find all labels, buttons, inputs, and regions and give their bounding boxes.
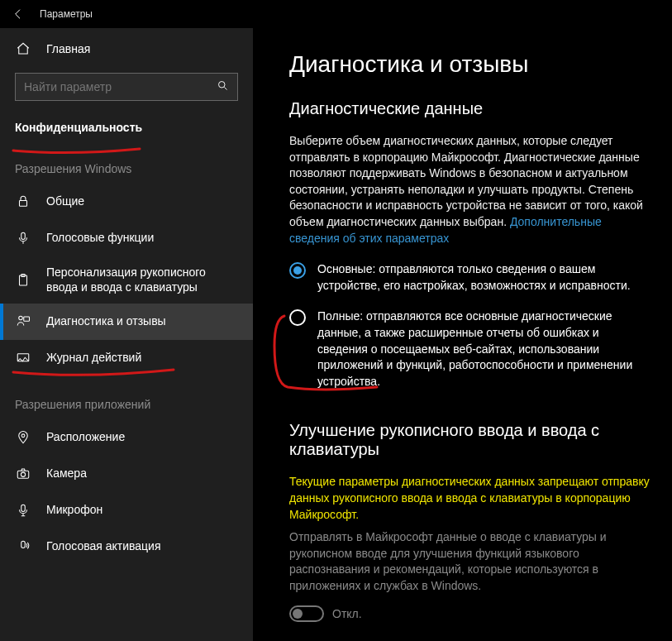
sidebar-item-microphone[interactable]: Микрофон — [0, 492, 253, 529]
svg-point-0 — [219, 82, 226, 88]
sidebar-home[interactable]: Главная — [0, 33, 253, 65]
sidebar-item-diagnostics[interactable]: Диагностика и отзывы — [0, 304, 253, 340]
radio-button-icon — [289, 309, 306, 326]
window-title: Параметры — [40, 8, 93, 20]
svg-point-9 — [21, 434, 25, 438]
activity-icon — [15, 351, 31, 366]
sidebar-item-camera[interactable]: Камера — [0, 456, 253, 492]
sidebar-item-label: Камера — [46, 466, 238, 481]
svg-rect-13 — [21, 541, 26, 548]
location-icon — [15, 430, 31, 445]
sidebar-item-label: Диагностика и отзывы — [46, 314, 238, 329]
sidebar-item-general[interactable]: Общие — [0, 184, 253, 220]
sidebar-item-inking[interactable]: Персонализация рукописного ввода и ввода… — [0, 256, 253, 304]
sidebar-home-label: Главная — [46, 42, 90, 55]
feedback-icon — [15, 314, 31, 329]
voice-activation-icon — [15, 539, 31, 554]
sidebar-item-label: Персонализация рукописного ввода и ввода… — [46, 265, 238, 294]
camera-icon — [15, 466, 31, 481]
inking-description: Отправлять в Майкрософт данные о вводе с… — [289, 529, 652, 594]
sidebar-item-label: Расположение — [46, 430, 238, 445]
svg-line-1 — [224, 87, 226, 89]
warning-text: Текущие параметры диагностических данных… — [289, 474, 652, 523]
sidebar-group1-title: Разрешения Windows — [0, 141, 253, 184]
svg-rect-2 — [20, 201, 27, 207]
svg-rect-12 — [21, 505, 26, 511]
sidebar-group2-title: Разрешения приложений — [0, 376, 253, 419]
sidebar-item-activity[interactable]: Журнал действий — [0, 340, 253, 376]
main-content: Диагностика и отзывы Диагностические дан… — [253, 28, 672, 641]
svg-point-6 — [19, 316, 23, 320]
radio-basic[interactable]: Основные: отправляются только сведения о… — [289, 261, 652, 294]
inking-toggle-label: Откл. — [332, 607, 362, 620]
speech-icon — [15, 231, 31, 246]
lock-icon — [15, 194, 31, 209]
svg-rect-7 — [24, 317, 30, 321]
sidebar-item-label: Микрофон — [46, 503, 238, 518]
radio-full-label: Полные: отправляются все основные диагно… — [317, 309, 652, 390]
microphone-icon — [15, 503, 31, 518]
sidebar-item-location[interactable]: Расположение — [0, 419, 253, 456]
sidebar-item-speech[interactable]: Голосовые функции — [0, 220, 253, 256]
search-input[interactable] — [24, 80, 217, 93]
sidebar-item-label: Голосовая активация — [46, 539, 238, 554]
back-button[interactable] — [7, 2, 30, 26]
section-title-diagnostic: Диагностические данные — [289, 99, 652, 118]
search-icon — [217, 79, 229, 94]
intro-paragraph: Выберите объем диагностических данных, к… — [289, 133, 652, 246]
inking-toggle[interactable] — [289, 605, 324, 622]
search-box[interactable] — [15, 73, 238, 101]
radio-button-icon — [289, 262, 306, 279]
page-title: Диагностика и отзывы — [289, 51, 652, 78]
sidebar-item-label: Общие — [46, 194, 238, 209]
radio-basic-label: Основные: отправляются только сведения о… — [317, 261, 652, 294]
sidebar-item-label: Журнал действий — [46, 351, 238, 366]
svg-point-11 — [21, 472, 25, 476]
section-title-inking: Улучшение рукописного ввода и ввода с кл… — [289, 421, 652, 459]
sidebar: Главная Конфиденциальность Разрешения Wi… — [0, 28, 253, 641]
svg-rect-3 — [21, 232, 26, 239]
sidebar-item-label: Голосовые функции — [46, 231, 238, 246]
radio-full[interactable]: Полные: отправляются все основные диагно… — [289, 309, 652, 390]
clipboard-icon — [15, 273, 31, 288]
home-icon — [15, 41, 31, 56]
sidebar-category: Конфиденциальность — [0, 117, 253, 141]
sidebar-item-voice-activation[interactable]: Голосовая активация — [0, 529, 253, 565]
svg-rect-10 — [17, 471, 29, 478]
